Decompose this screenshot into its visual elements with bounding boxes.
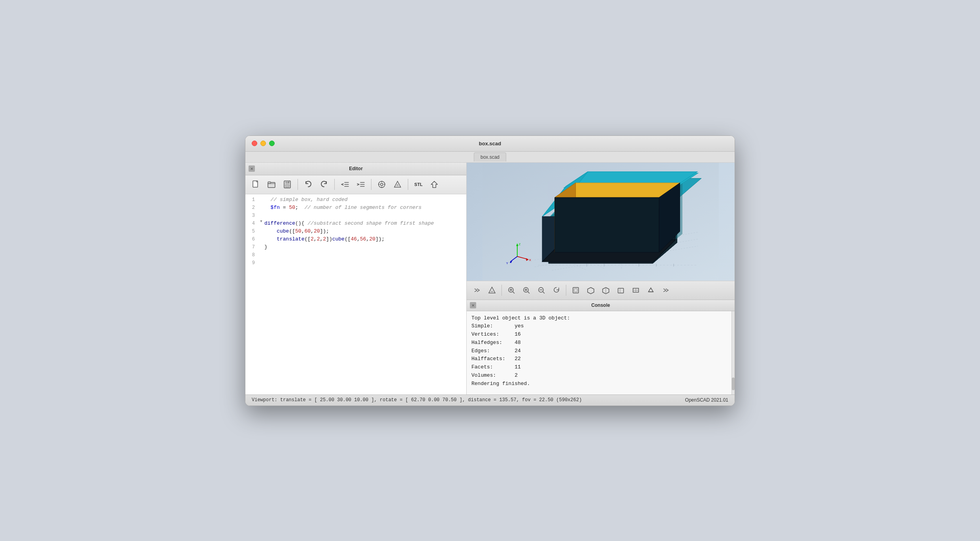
viewport-toolbar [467,281,735,300]
code-line-3: 3 [245,212,466,220]
svg-marker-12 [431,181,437,188]
viewport-info: Viewport: translate = [ 25.00 30.00 10.0… [252,397,582,403]
main-content: ✕ Editor [245,163,735,394]
svg-rect-6 [288,181,289,183]
preview-button[interactable] [390,177,405,192]
vp-separator-2 [566,285,566,296]
traffic-lights [252,141,275,146]
viewport-3d[interactable]: Z X Y [467,163,735,281]
app-version: OpenSCAD 2021.01 [685,397,728,403]
svg-text:X: X [529,258,531,261]
view-left-button[interactable] [599,283,613,297]
console-line-2: Simple: yes [471,322,730,331]
view-more-button[interactable] [659,283,673,297]
svg-line-62 [513,291,515,293]
svg-text:Z: Z [518,242,520,246]
console-line-1: Top level object is a 3D object: [471,314,730,323]
open-file-button[interactable] [264,177,279,192]
indent-less-button[interactable] [338,177,352,192]
status-bar: Viewport: translate = [ 25.00 30.00 10.0… [245,394,735,406]
view-top-button[interactable] [569,283,583,297]
title-bar: box.scad [245,136,735,152]
toolbar-separator-1 [298,179,298,190]
code-line-2: 2 $fn = 50; // number of line segments f… [245,204,466,212]
svg-line-66 [543,291,545,293]
svg-rect-68 [574,289,577,292]
console-panel: ✕ Console Top level object is a 3D objec… [467,300,735,394]
console-line-4: Halfedges: 48 [471,339,730,347]
animate-button[interactable] [375,177,389,192]
svg-text:Y: Y [506,261,509,265]
close-button[interactable] [252,141,257,146]
zoom-in-button[interactable] [519,283,533,297]
code-line-5: 5 cube([50,60,20]); [245,227,466,235]
indent-more-button[interactable] [354,177,368,192]
vp-separator-1 [501,285,502,296]
right-panel: Z X Y [467,163,735,394]
code-editor[interactable]: 1 // simple box, hard coded 2 $fn = 50; … [245,194,466,394]
svg-rect-2 [268,182,271,184]
minimize-button[interactable] [260,141,266,146]
svg-marker-59 [489,287,495,293]
view-front-button[interactable] [584,283,598,297]
console-scrollbar-thumb[interactable] [732,378,735,390]
export-3d-button[interactable] [427,177,441,192]
editor-title: Editor [349,166,363,171]
console-line-5: Edges: 24 [471,347,730,355]
viewport-more-button[interactable] [470,283,484,297]
save-file-button[interactable] [280,177,294,192]
svg-rect-5 [285,184,289,187]
editor-close-button[interactable]: ✕ [249,165,255,172]
maximize-button[interactable] [269,141,275,146]
zoom-out-button[interactable] [534,283,548,297]
console-header: ✕ Console [467,300,735,311]
console-line-7: Facets: 11 [471,363,730,372]
view-right-button[interactable] [614,283,628,297]
3d-view: Z X Y [467,163,735,281]
toolbar-separator-3 [371,179,371,190]
export-stl-button[interactable]: STL [411,177,426,192]
editor-header: ✕ Editor [245,163,466,175]
svg-line-64 [528,291,530,293]
svg-point-8 [381,183,383,186]
console-line-3: Vertices: 16 [471,331,730,339]
svg-marker-49 [555,197,659,252]
reset-view-button[interactable] [549,283,564,297]
view-bottom-button[interactable] [629,283,643,297]
window-title: box.scad [479,141,501,147]
editor-panel: ✕ Editor [245,163,467,394]
code-line-1: 1 // simple box, hard coded [245,196,466,204]
code-line-7: 7 } [245,243,466,251]
console-close-button[interactable]: ✕ [470,302,476,308]
tab-bar: box.scad [245,152,735,163]
console-line-6: Halffacets: 22 [471,355,730,363]
console-title: Console [591,302,610,308]
toolbar-separator-2 [334,179,335,190]
console-line-8: Volumes: 2 [471,372,730,380]
undo-button[interactable] [301,177,315,192]
code-line-9: 9 [245,259,466,267]
tab-box-scad[interactable]: box.scad [474,152,506,162]
console-scrollbar[interactable] [731,311,735,394]
zoom-extents-button[interactable] [504,283,518,297]
toolbar-separator-4 [408,179,408,190]
code-line-8: 8 [245,251,466,259]
view-perspective-button[interactable] [644,283,658,297]
svg-marker-69 [588,287,594,294]
svg-marker-77 [648,288,653,292]
new-file-button[interactable] [249,177,263,192]
code-line-4: 4 ▼ difference(){ //substract second sha… [245,220,466,227]
console-output[interactable]: Top level object is a 3D object: Simple:… [467,311,735,394]
console-line-9: Rendering finished. [471,380,730,388]
redo-button[interactable] [317,177,331,192]
app-window: box.scad box.scad ✕ Editor [245,135,735,406]
code-line-6: 6 translate([2,2,2])cube([46,56,20]); [245,235,466,243]
scene-button[interactable] [485,283,499,297]
svg-rect-72 [618,288,624,293]
editor-toolbar: STL [245,175,466,194]
